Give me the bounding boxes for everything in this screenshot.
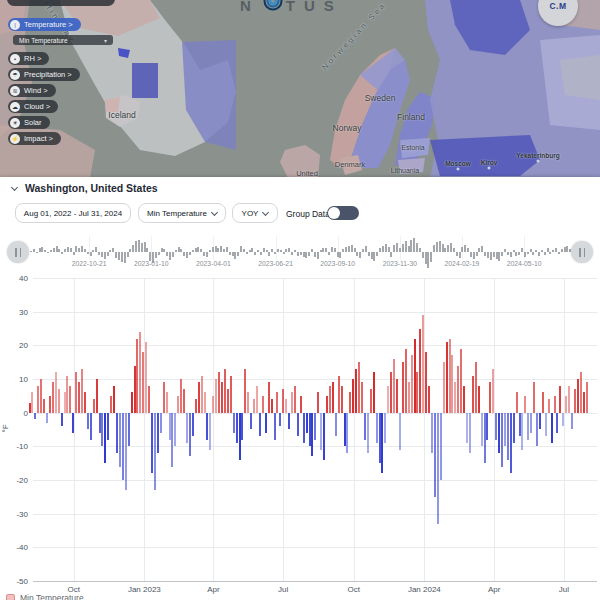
navigator-bar xyxy=(251,248,253,252)
navigator-bar xyxy=(328,252,330,255)
chart-bar xyxy=(565,396,567,413)
chart-bar xyxy=(183,389,185,413)
navigator-bar xyxy=(215,246,217,252)
navigator-bar xyxy=(129,249,131,252)
mode-dropdown[interactable]: YOY xyxy=(232,203,278,223)
chart-bar xyxy=(481,413,483,447)
date-range-input[interactable]: Aug 01, 2022 - Jul 31, 2024 xyxy=(15,203,131,223)
navigator-bar xyxy=(314,252,316,257)
navigator-bar xyxy=(456,252,458,256)
chart-bar xyxy=(402,362,404,413)
navigator-bar xyxy=(450,243,452,252)
timeline-navigator[interactable]: 2022-10-212023-01-102023-04-012023-06-21… xyxy=(0,232,600,274)
navigator-bar xyxy=(379,248,381,252)
chart-bar xyxy=(516,392,518,412)
sidebar-item-wind[interactable]: ≋Wind > xyxy=(8,84,56,97)
sidebar-item-min-temperature[interactable]: Min Temperature▾ xyxy=(13,35,113,45)
chart-bar xyxy=(431,413,433,453)
chart-hgridline xyxy=(33,278,597,279)
navigator-bar xyxy=(501,252,503,256)
navigator-bar xyxy=(297,252,299,256)
navigator-bar xyxy=(274,252,276,254)
chart-vgridline xyxy=(283,278,284,581)
navigator-bar xyxy=(334,248,336,252)
sidebar-top-pill-cutoff[interactable] xyxy=(7,0,115,6)
navigator-bar xyxy=(476,252,478,256)
chart-bar xyxy=(338,376,340,413)
navigator-bar xyxy=(226,247,228,252)
chart-hgridline xyxy=(33,480,597,481)
navigator-bar xyxy=(317,252,319,259)
navigator-bar xyxy=(127,252,129,257)
navigator-left-handle[interactable] xyxy=(7,241,29,263)
navigator-bar xyxy=(118,252,120,260)
navigator-bar xyxy=(348,246,350,252)
chart-bar xyxy=(536,413,538,447)
navigator-bar xyxy=(206,252,208,257)
navigator-bar xyxy=(163,249,165,252)
chart-bar xyxy=(326,396,328,413)
chart-bar xyxy=(521,413,523,450)
logo-text-left: N xyxy=(240,0,260,14)
map-city-label: Kirov xyxy=(481,159,498,166)
chart-bar xyxy=(492,369,494,413)
sidebar-item-solar[interactable]: ☀Solar xyxy=(8,116,50,129)
chart-bar xyxy=(294,386,296,413)
navigator-bar xyxy=(30,251,32,252)
navigator-bar xyxy=(339,252,341,258)
navigator-bar xyxy=(555,248,557,252)
y-axis-unit-label: °F xyxy=(1,424,10,432)
navigator-bar xyxy=(388,247,390,252)
navigator-bar xyxy=(493,252,495,257)
chart-bar xyxy=(449,339,451,413)
logo-swirl-icon xyxy=(262,0,284,17)
metric-dropdown[interactable]: Min Temperature xyxy=(138,203,226,223)
navigator-bar xyxy=(195,248,197,252)
navigator-bar xyxy=(237,252,239,256)
chart-bar xyxy=(422,315,424,413)
navigator-bar xyxy=(419,248,421,252)
navigator-bar xyxy=(67,247,69,252)
navigator-bar xyxy=(288,248,290,252)
chart-bar xyxy=(443,362,445,413)
navigator-bar xyxy=(325,248,327,252)
chart-bar xyxy=(236,413,238,443)
anomaly-bar-chart: 403020100-10-20-30-40-50OctJan 2023AprJu… xyxy=(0,270,600,600)
chevron-down-icon[interactable] xyxy=(11,183,18,190)
navigator-bar xyxy=(433,245,435,252)
location-header[interactable]: Washington, United States xyxy=(12,182,158,194)
chart-bar xyxy=(34,413,36,420)
chart-bar xyxy=(358,362,360,413)
sidebar-item-temperature[interactable]: |Temperature > xyxy=(8,18,81,31)
navigator-date-label: 2024-05-10 xyxy=(507,260,542,267)
chart-bar xyxy=(367,413,369,453)
navigator-bar xyxy=(260,252,262,255)
sidebar-item-cloud[interactable]: ☁Cloud > xyxy=(8,100,58,113)
chart-bar xyxy=(303,413,305,443)
sidebar-item-precipitation[interactable]: ☂Precipitation > xyxy=(8,68,80,81)
chart-bar xyxy=(148,386,150,413)
weather-map[interactable]: Baffin BayNorwegian SeaIcelandNorwaySwed… xyxy=(0,0,600,178)
navigator-bar xyxy=(507,252,509,255)
location-title: Washington, United States xyxy=(25,182,158,194)
navigator-right-handle[interactable] xyxy=(571,241,593,263)
sidebar-item-impact[interactable]: ⚡Impact > xyxy=(8,132,61,145)
chart-bar xyxy=(574,389,576,413)
chart-bar xyxy=(320,413,322,450)
group-data-toggle[interactable] xyxy=(327,206,359,220)
sidebar-item-rh[interactable]: •RH > xyxy=(8,52,49,65)
group-data-label: Group Data xyxy=(286,209,330,219)
navigator-bar xyxy=(291,252,293,255)
navigator-bar xyxy=(402,244,404,252)
chart-bar xyxy=(524,396,526,413)
navigator-bar xyxy=(166,252,168,256)
chart-bar xyxy=(271,399,273,412)
navigator-bar xyxy=(33,249,35,252)
chart-bar xyxy=(545,413,547,437)
chart-bar xyxy=(440,413,442,480)
navigator-bar xyxy=(478,248,480,252)
navigator-bar xyxy=(393,245,395,252)
map-place-label: Denmark xyxy=(335,160,365,169)
navigator-bar xyxy=(266,250,268,252)
y-axis-tick-label: -20 xyxy=(2,476,28,485)
